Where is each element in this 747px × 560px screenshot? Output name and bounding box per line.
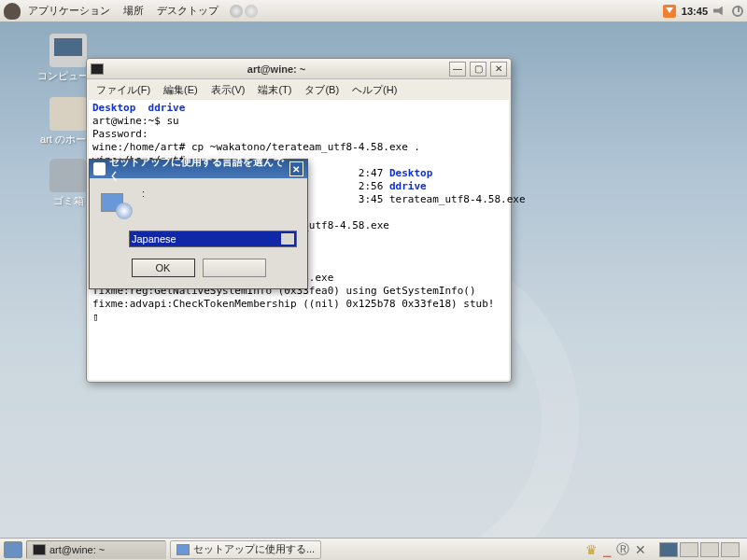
workspace-3[interactable] [700,542,719,557]
computer-icon [49,34,87,67]
menu-terminal[interactable]: 端末(T) [252,81,297,99]
minimize-button[interactable]: — [449,62,466,77]
setup-mini-icon [176,544,190,555]
dialog-prompt: : [142,188,296,199]
terminal-icon [91,63,104,75]
tray-icon-1[interactable]: ♛ [585,542,598,557]
chevron-down-icon [284,236,291,241]
workspace-switcher[interactable] [659,542,740,557]
menu-help[interactable]: ヘルプ(H) [346,81,402,99]
ok-button[interactable]: OK [132,259,195,277]
bottom-panel: art@wine: ~ セットアップに使用する... ♛ ⎯ Ⓡ ✕ [0,538,747,560]
maximize-button[interactable]: ▢ [470,62,486,77]
panel-system-icon[interactable] [245,5,258,18]
menu-places[interactable]: 場所 [118,2,149,20]
menu-view[interactable]: 表示(V) [205,81,251,99]
tray-icon-4[interactable]: ✕ [635,542,646,557]
cancel-button[interactable] [203,259,266,277]
trash-icon [49,159,87,192]
terminal-title: art@wine: ~ [107,63,445,75]
workspace-2[interactable] [680,542,698,557]
top-panel: アプリケーション 場所 デスクトップ 13:45 [0,0,747,22]
workspace-1[interactable] [659,542,678,557]
menu-edit[interactable]: 編集(E) [158,81,204,99]
home-icon [49,97,87,131]
menu-desktop[interactable]: デスクトップ [151,2,224,20]
language-select[interactable]: Japanese [129,231,297,247]
terminal-icon [33,544,46,555]
menu-file[interactable]: ファイル(F) [91,81,156,99]
update-notifier-icon[interactable] [663,5,676,18]
dialog-title-icon [93,162,106,175]
clock[interactable]: 13:45 [682,6,708,17]
dialog-close-button[interactable]: ✕ [289,161,303,176]
dialog-title-text: セットアップに使用する言語を選んでく [109,155,285,183]
tray-icon-3[interactable]: Ⓡ [616,541,629,558]
workspace-4[interactable] [721,542,740,557]
menu-tabs[interactable]: タブ(B) [299,81,345,99]
tray-icon-2[interactable]: ⎯ [603,542,611,557]
dialog-body: : Japanese OK [90,178,307,288]
language-dialog: セットアップに使用する言語を選んでく ✕ : Japanese OK [89,159,308,289]
show-desktop-button[interactable] [4,541,22,558]
gnome-foot-icon[interactable] [4,3,21,20]
terminal-menubar: ファイル(F) 編集(E) 表示(V) 端末(T) タブ(B) ヘルプ(H) [87,79,511,100]
setup-icon [101,188,133,219]
terminal-titlebar[interactable]: art@wine: ~ — ▢ ✕ [87,59,511,79]
taskbar-item-terminal[interactable]: art@wine: ~ [26,540,166,559]
volume-icon[interactable] [713,7,726,16]
panel-globe-icon[interactable] [230,5,243,18]
taskbar-item-setup[interactable]: セットアップに使用する... [170,540,321,559]
close-button[interactable]: ✕ [490,62,507,77]
shutdown-icon[interactable] [732,6,743,17]
menu-applications[interactable]: アプリケーション [22,2,116,20]
language-select-value: Japanese [132,233,176,245]
dialog-titlebar[interactable]: セットアップに使用する言語を選んでく ✕ [90,160,307,178]
